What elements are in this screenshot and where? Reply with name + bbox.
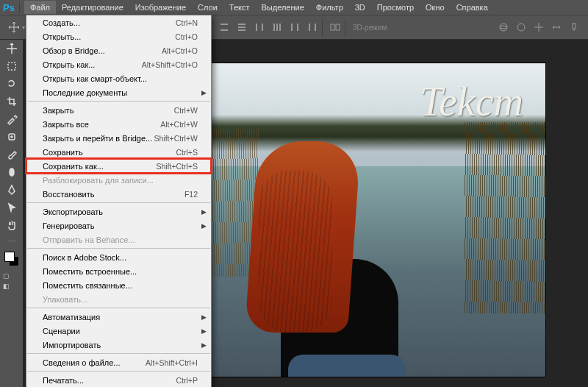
- more-tools[interactable]: ⋯: [0, 234, 24, 247]
- menu-item[interactable]: Закрыть и перейти в Bridge...Shift+Ctrl+…: [26, 131, 211, 145]
- svg-rect-1: [220, 29, 228, 31]
- move-tool[interactable]: [0, 40, 24, 57]
- menu-item-label: Импортировать: [43, 341, 101, 349]
- menu-item-label: Разблокировать для записи...: [43, 176, 154, 185]
- menu-item[interactable]: Открыть как смарт-объект...: [26, 71, 211, 85]
- menu-item[interactable]: Поместить встроенные...: [26, 264, 211, 278]
- menu-item[interactable]: ВосстановитьF12: [26, 187, 211, 201]
- menubar-item-текст[interactable]: Текст: [223, 1, 256, 14]
- menu-item[interactable]: Открыть как...Alt+Shift+Ctrl+O: [26, 57, 211, 71]
- menu-item-label: Закрыть все: [43, 120, 89, 129]
- menu-item-label: Поиск в Adobe Stock...: [43, 253, 126, 262]
- menu-item-label: Автоматизация: [43, 313, 100, 322]
- menu-item-label: Поместить встроенные...: [43, 267, 137, 276]
- svg-point-17: [500, 26, 507, 29]
- menubar-item-редактирование[interactable]: Редактирование: [56, 1, 129, 14]
- menubar-item-3d[interactable]: 3D: [349, 1, 371, 14]
- menu-item[interactable]: Автоматизация▶: [26, 310, 211, 324]
- menu-item[interactable]: Генерировать▶: [26, 219, 211, 232]
- quickmask-icon[interactable]: ▢: [0, 271, 12, 281]
- menubar-item-фильтр[interactable]: Фильтр: [310, 1, 349, 14]
- svg-rect-0: [220, 24, 228, 25]
- color-swatch[interactable]: [4, 252, 19, 266]
- file-menu-dropdown: Создать...Ctrl+NОткрыть...Ctrl+OОбзор в …: [26, 15, 212, 387]
- svg-point-18: [517, 24, 525, 31]
- distribute-hcenter-icon[interactable]: [288, 21, 301, 34]
- menu-item[interactable]: Поместить связанные...: [26, 278, 211, 292]
- svg-rect-14: [331, 24, 334, 30]
- menu-item[interactable]: Последние документы▶: [26, 85, 211, 99]
- menu-item[interactable]: Поиск в Adobe Stock...: [26, 250, 211, 264]
- crop-tool[interactable]: [0, 93, 24, 110]
- roll-icon[interactable]: [514, 21, 528, 34]
- distribute-vcenter-icon[interactable]: [235, 21, 248, 34]
- svg-rect-7: [273, 24, 275, 31]
- menu-item[interactable]: Открыть...Ctrl+O: [26, 29, 211, 43]
- menu-item: Отправить на Behance...: [26, 232, 211, 246]
- zoom-icon[interactable]: [567, 21, 581, 34]
- menu-item-shortcut: Ctrl+S: [176, 148, 198, 157]
- screenmode-icon[interactable]: ◧: [0, 281, 12, 291]
- submenu-arrow-icon: ▶: [201, 313, 207, 321]
- auto-align-icon[interactable]: [329, 21, 342, 34]
- distribute-right-icon[interactable]: [306, 21, 319, 34]
- menu-item-label: Открыть...: [43, 32, 81, 41]
- svg-rect-2: [238, 24, 245, 25]
- gradient-tool[interactable]: [0, 163, 24, 181]
- menu-item-shortcut: Alt+Ctrl+O: [162, 46, 198, 55]
- menu-item-label: Сохранить как...: [43, 162, 104, 171]
- menu-separator: [27, 308, 210, 308]
- menubar-item-изображение[interactable]: Изображение: [129, 1, 192, 14]
- menu-item-shortcut: Alt+Shift+Ctrl+I: [146, 358, 198, 367]
- menubar-item-окно[interactable]: Окно: [420, 1, 451, 14]
- menubar-item-выделение[interactable]: Выделение: [256, 1, 310, 14]
- slide-icon[interactable]: [550, 21, 563, 34]
- menu-item-shortcut: Ctrl+O: [175, 32, 198, 41]
- brush-tool[interactable]: [0, 146, 24, 163]
- svg-point-16: [500, 24, 507, 31]
- distribute-top-icon[interactable]: [218, 21, 231, 34]
- menu-item-shortcut: Shift+Ctrl+W: [154, 134, 198, 143]
- path-select-tool[interactable]: [0, 199, 24, 216]
- menubar-item-просмотр[interactable]: Просмотр: [371, 1, 420, 14]
- marquee-tool[interactable]: [0, 57, 24, 75]
- menu-item-shortcut: Ctrl+P: [176, 376, 198, 385]
- menu-item-label: Отправить на Behance...: [43, 235, 135, 244]
- menu-item-shortcut: F12: [184, 190, 198, 199]
- pen-tool[interactable]: [0, 181, 24, 199]
- menu-item[interactable]: Экспортировать▶: [26, 205, 211, 219]
- menu-item[interactable]: Импортировать▶: [26, 338, 211, 352]
- orbit-icon[interactable]: [497, 21, 510, 34]
- distribute-left-icon[interactable]: [270, 21, 284, 34]
- move-tool-icon: [7, 21, 21, 34]
- text-layer[interactable]: Tekcm: [420, 78, 523, 125]
- menu-item[interactable]: Обзор в Bridge...Alt+Ctrl+O: [26, 43, 211, 57]
- foreground-color[interactable]: [4, 252, 15, 262]
- menu-item[interactable]: СохранитьCtrl+S: [26, 145, 211, 159]
- menu-separator: [27, 101, 210, 102]
- menubar-item-файл[interactable]: Файл: [24, 1, 56, 14]
- lasso-tool[interactable]: [0, 75, 24, 93]
- menu-item-label: Закрыть и перейти в Bridge...: [43, 134, 152, 143]
- menu-item-label: Печатать...: [43, 376, 84, 385]
- menu-item-label: Упаковать...: [43, 295, 87, 304]
- menu-item[interactable]: Сведения о файле...Alt+Shift+Ctrl+I: [26, 355, 211, 369]
- menubar-item-справка[interactable]: Справка: [451, 1, 494, 14]
- svg-rect-3: [238, 26, 245, 28]
- menu-item[interactable]: Сохранить как...Shift+Ctrl+S: [26, 159, 211, 173]
- hand-tool[interactable]: [0, 216, 24, 234]
- menu-item[interactable]: Сценарии▶: [26, 324, 211, 338]
- healing-tool[interactable]: [0, 128, 24, 146]
- svg-rect-6: [262, 24, 263, 31]
- svg-rect-5: [256, 24, 257, 31]
- menubar-item-слои[interactable]: Слои: [192, 1, 223, 14]
- pan-icon[interactable]: [532, 21, 545, 34]
- menu-item[interactable]: ЗакрытьCtrl+W: [26, 103, 211, 117]
- eyedropper-tool[interactable]: [0, 110, 24, 128]
- svg-rect-4: [238, 29, 245, 31]
- menu-item[interactable]: Закрыть всеAlt+Ctrl+W: [26, 117, 211, 131]
- distribute-bottom-icon[interactable]: [253, 21, 266, 34]
- submenu-arrow-icon: ▶: [201, 341, 207, 349]
- menu-item-shortcut: Ctrl+N: [176, 18, 198, 27]
- menu-item[interactable]: Создать...Ctrl+N: [26, 15, 211, 29]
